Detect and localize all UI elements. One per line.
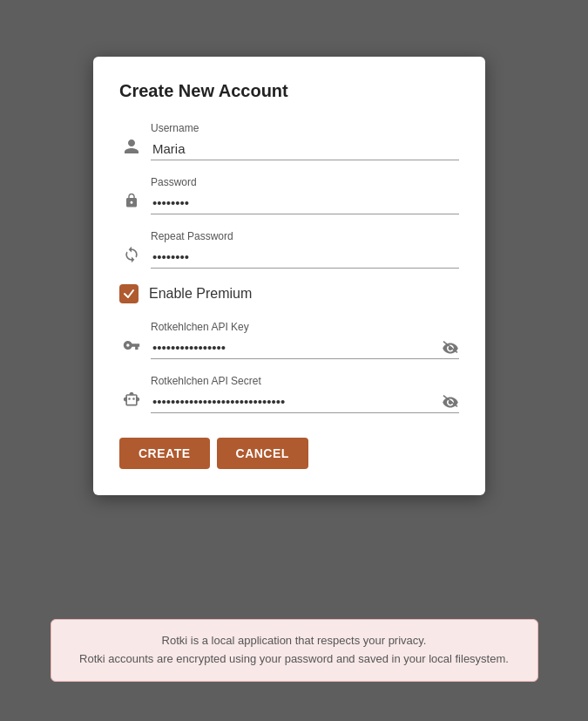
api-key-visibility-toggle[interactable] (442, 340, 459, 354)
user-icon (119, 138, 144, 160)
repeat-password-field-wrap: Repeat Password (151, 230, 459, 269)
api-key-field-row: Rotkehlchen API Key (119, 321, 459, 359)
repeat-password-input[interactable] (151, 246, 459, 269)
dialog: Create New Account Username Password (93, 57, 485, 495)
dialog-title: Create New Account (119, 81, 459, 101)
api-secret-visibility-toggle[interactable] (442, 394, 459, 408)
button-row: CREATE CANCEL (119, 438, 459, 469)
enable-premium-row: Enable Premium (119, 284, 459, 303)
username-field-wrap: Username (151, 122, 459, 160)
enable-premium-label: Enable Premium (149, 286, 252, 302)
api-secret-field-wrap: Rotkehlchen API Secret (151, 375, 459, 413)
cancel-button[interactable]: CANCEL (217, 438, 308, 469)
api-secret-label: Rotkehlchen API Secret (151, 375, 459, 387)
enable-premium-checkbox[interactable] (119, 284, 139, 303)
privacy-line2: Rotki accounts are encrypted using your … (69, 650, 520, 669)
username-label: Username (151, 122, 459, 134)
api-key-label: Rotkehlchen API Key (151, 321, 459, 333)
api-key-field-wrap: Rotkehlchen API Key (151, 321, 459, 359)
privacy-banner: Rotki is a local application that respec… (51, 619, 538, 682)
username-field-row: Username (119, 122, 459, 160)
api-secret-field-row: Rotkehlchen API Secret (119, 375, 459, 413)
key-icon (119, 337, 144, 359)
password-field-row: Password (119, 176, 459, 214)
api-secret-input[interactable] (151, 391, 459, 413)
lock-icon (119, 192, 144, 214)
repeat-password-field-row: Repeat Password (119, 230, 459, 269)
robot-icon (119, 391, 144, 413)
create-button[interactable]: CREATE (119, 438, 210, 469)
api-key-input[interactable] (151, 337, 459, 359)
repeat-password-label: Repeat Password (151, 230, 459, 242)
password-input[interactable] (151, 192, 459, 214)
password-field-wrap: Password (151, 176, 459, 214)
repeat-icon (119, 246, 144, 269)
username-input[interactable] (151, 138, 459, 160)
privacy-line1: Rotki is a local application that respec… (69, 632, 520, 650)
password-label: Password (151, 176, 459, 188)
